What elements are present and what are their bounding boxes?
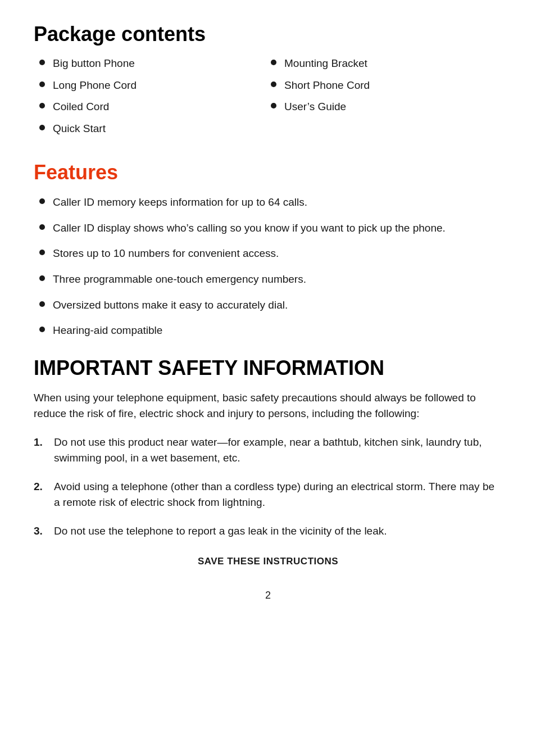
list-item: Mounting Bracket <box>271 56 502 71</box>
feature-item: Hearing-aid compatible <box>39 323 502 338</box>
list-item: Long Phone Cord <box>39 78 271 93</box>
item-number: 2. <box>34 479 54 495</box>
bullet-icon <box>271 60 276 65</box>
package-contents-section: Package contents Big button Phone Long P… <box>34 22 502 143</box>
safety-item-1: 1. Do not use this product near water—fo… <box>34 434 502 467</box>
bullet-icon <box>271 103 276 108</box>
item-number: 1. <box>34 434 54 451</box>
feature-item: Caller ID memory keeps information for u… <box>39 194 502 210</box>
safety-section: IMPORTANT SAFETY INFORMATION When using … <box>34 356 502 568</box>
features-section: Features Caller ID memory keeps informat… <box>34 161 502 338</box>
list-item: User’s Guide <box>271 99 502 115</box>
save-instructions-label: SAVE THESE INSTRUCTIONS <box>34 556 502 567</box>
safety-item-text: Do not use this product near water—for e… <box>54 434 502 467</box>
safety-intro: When using your telephone equipment, bas… <box>34 390 502 422</box>
feature-item: Oversized buttons make it easy to accura… <box>39 297 502 313</box>
bullet-icon <box>39 82 45 87</box>
bullet-icon <box>39 224 45 230</box>
item-number: 3. <box>34 523 54 540</box>
package-col-right: Mounting Bracket Short Phone Cord User’s… <box>271 56 502 143</box>
item-label: Long Phone Cord <box>53 78 271 93</box>
list-item: Short Phone Cord <box>271 78 502 93</box>
page-number: 2 <box>34 590 502 601</box>
features-title: Features <box>34 161 502 184</box>
bullet-icon <box>39 301 45 307</box>
safety-item-3: 3. Do not use the telephone to report a … <box>34 523 502 540</box>
bullet-icon <box>39 103 45 108</box>
features-list: Caller ID memory keeps information for u… <box>39 194 502 338</box>
bullet-icon <box>39 125 45 130</box>
item-label: Mounting Bracket <box>284 56 502 71</box>
item-label: User’s Guide <box>284 99 502 115</box>
package-contents-title: Package contents <box>34 22 502 46</box>
feature-text: Oversized buttons make it easy to accura… <box>53 297 502 313</box>
feature-item: Three programmable one-touch emergency n… <box>39 271 502 287</box>
package-col-left: Big button Phone Long Phone Cord Coiled … <box>39 56 271 143</box>
item-label: Big button Phone <box>53 56 271 71</box>
safety-title: IMPORTANT SAFETY INFORMATION <box>34 356 502 380</box>
bullet-icon <box>39 198 45 204</box>
bullet-icon <box>39 327 45 332</box>
feature-text: Stores up to 10 numbers for convenient a… <box>53 246 502 261</box>
list-item: Coiled Cord <box>39 99 271 115</box>
safety-list: 1. Do not use this product near water—fo… <box>34 434 502 540</box>
safety-item-2: 2. Avoid using a telephone (other than a… <box>34 479 502 511</box>
list-item: Big button Phone <box>39 56 271 71</box>
bullet-icon <box>39 60 45 65</box>
feature-text: Caller ID memory keeps information for u… <box>53 194 502 210</box>
item-label: Quick Start <box>53 121 271 137</box>
feature-item: Caller ID display shows who’s calling so… <box>39 220 502 236</box>
bullet-icon <box>39 250 45 255</box>
safety-item-text: Avoid using a telephone (other than a co… <box>54 479 502 511</box>
feature-item: Stores up to 10 numbers for convenient a… <box>39 246 502 261</box>
bullet-icon <box>271 82 276 87</box>
item-label: Coiled Cord <box>53 99 271 115</box>
bullet-icon <box>39 275 45 281</box>
list-item: Quick Start <box>39 121 271 137</box>
safety-item-text: Do not use the telephone to report a gas… <box>54 523 502 540</box>
package-contents-list: Big button Phone Long Phone Cord Coiled … <box>39 56 502 143</box>
feature-text: Caller ID display shows who’s calling so… <box>53 220 502 236</box>
item-label: Short Phone Cord <box>284 78 502 93</box>
feature-text: Three programmable one-touch emergency n… <box>53 271 502 287</box>
feature-text: Hearing-aid compatible <box>53 323 502 338</box>
